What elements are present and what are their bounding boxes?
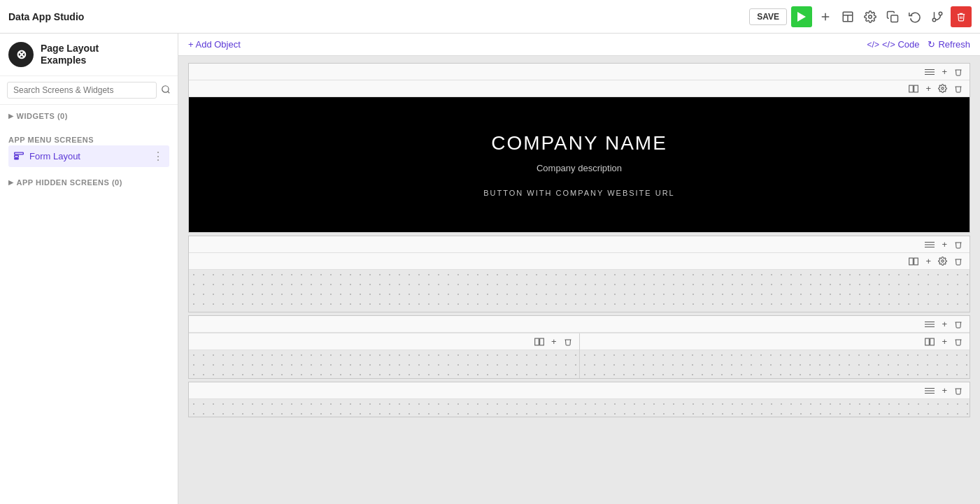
- add-object-button[interactable]: + Add Object: [188, 39, 241, 50]
- svg-rect-6: [891, 15, 898, 22]
- company-description: Company description: [537, 163, 622, 173]
- sidebar: ⊗ Page Layout Examples ▶ WIDGETS (0) APP…: [0, 34, 178, 504]
- sidebar-item-label-form-layout: Form Layout: [29, 151, 147, 161]
- svg-rect-12: [15, 152, 24, 154]
- add-col-btn-1[interactable]: +: [923, 82, 934, 95]
- svg-point-9: [932, 18, 936, 22]
- banner-button-text: BUTTON WITH COMPANY WEBSITE URL: [483, 189, 674, 197]
- layout-icon-button[interactable]: [839, 8, 857, 26]
- section-block-4: +: [188, 382, 970, 417]
- banner-section: COMPANY NAME Company description BUTTON …: [189, 97, 970, 232]
- rows-icon-btn-3[interactable]: [922, 319, 937, 330]
- svg-rect-13: [15, 155, 19, 157]
- branch-icon-button[interactable]: [928, 8, 946, 26]
- col-toolbar-1: +: [189, 80, 970, 97]
- delete-col-btn-left-3[interactable]: [561, 336, 575, 348]
- add-row-btn-3[interactable]: +: [939, 317, 950, 331]
- hidden-screens-label[interactable]: ▶ APP HIDDEN SCREENS (0): [8, 175, 169, 189]
- add-icon-button[interactable]: [816, 8, 835, 26]
- col-gear-btn-1[interactable]: [935, 82, 950, 94]
- delete-row-btn-3[interactable]: [951, 318, 965, 331]
- code-button[interactable]: </> </> Code: [867, 39, 920, 50]
- dotted-area-left-3: [189, 350, 579, 378]
- dotted-area-4: [189, 399, 970, 417]
- delete-col-btn-right-3[interactable]: [951, 336, 965, 348]
- col-toolbar-left-3: +: [189, 333, 579, 350]
- add-col-btn-2[interactable]: +: [923, 254, 934, 268]
- delete-app-button[interactable]: [951, 6, 972, 27]
- save-button[interactable]: SAVE: [749, 8, 787, 25]
- delete-col-btn-2[interactable]: [951, 255, 965, 268]
- row-toolbar-3: +: [189, 316, 970, 333]
- rows-icon-btn-1[interactable]: [922, 66, 937, 78]
- company-name: COMPANY NAME: [491, 132, 667, 154]
- svg-rect-25: [914, 258, 918, 265]
- svg-point-8: [939, 12, 942, 15]
- section-block-2: + +: [188, 236, 970, 312]
- col-toolbar-right-3: +: [580, 333, 970, 350]
- delete-col-btn-1[interactable]: [951, 82, 965, 95]
- col-left-3: +: [189, 333, 580, 378]
- search-icon[interactable]: [161, 85, 171, 96]
- svg-rect-19: [914, 85, 918, 92]
- col-layout-btn-left-3[interactable]: [532, 336, 547, 347]
- delete-row-btn-1[interactable]: [951, 66, 965, 78]
- main-layout: ⊗ Page Layout Examples ▶ WIDGETS (0) APP…: [0, 34, 980, 504]
- row-toolbar-2: +: [189, 236, 970, 253]
- run-button[interactable]: [791, 6, 812, 27]
- code-icon: </>: [867, 40, 879, 50]
- svg-rect-18: [909, 85, 914, 92]
- col-layout-btn-1[interactable]: [906, 83, 921, 94]
- dotted-area-2: [189, 270, 970, 312]
- svg-rect-31: [540, 338, 544, 345]
- dotted-area-right-3: [580, 350, 970, 378]
- col-layout-btn-2[interactable]: [906, 256, 921, 267]
- row-toolbar-1: +: [189, 64, 970, 80]
- app-title: Data App Studio: [8, 11, 84, 22]
- col-gear-btn-2[interactable]: [935, 255, 950, 267]
- settings-icon-button[interactable]: [861, 8, 879, 26]
- form-layout-more-icon[interactable]: ⋮: [152, 150, 164, 163]
- add-col-btn-right-3[interactable]: +: [939, 335, 950, 348]
- project-name: Page Layout Examples: [41, 43, 99, 66]
- delete-row-btn-4[interactable]: [951, 384, 965, 397]
- rows-icon-btn-4[interactable]: [922, 385, 937, 396]
- refresh-button[interactable]: ↻ Refresh: [928, 39, 970, 50]
- add-row-btn-1[interactable]: +: [939, 65, 950, 78]
- sidebar-item-form-layout[interactable]: Form Layout ⋮: [8, 145, 169, 167]
- app-logo: ⊗: [8, 42, 34, 67]
- hidden-screens-section: ▶ APP HIDDEN SCREENS (0): [0, 171, 178, 194]
- content-area: + Add Object </> </> Code ↻ Refresh: [178, 34, 980, 504]
- svg-point-10: [162, 85, 169, 92]
- add-col-btn-left-3[interactable]: +: [548, 335, 560, 348]
- add-row-btn-2[interactable]: +: [939, 238, 950, 251]
- svg-rect-30: [535, 338, 539, 345]
- canvas: + +: [178, 56, 980, 504]
- play-icon: [797, 12, 806, 22]
- two-col-container-3: + +: [189, 333, 970, 378]
- history-icon-button[interactable]: [906, 8, 924, 26]
- section-block-1: + +: [188, 63, 970, 233]
- content-toolbar: + Add Object </> </> Code ↻ Refresh: [178, 34, 980, 56]
- col-toolbar-2: +: [189, 253, 970, 270]
- col-layout-btn-right-3[interactable]: [922, 336, 937, 347]
- widgets-arrow: ▶: [8, 113, 14, 120]
- app-menu-section: APP MENU SCREENS Form Layout ⋮: [0, 127, 178, 171]
- rows-icon-btn-2[interactable]: [922, 239, 937, 250]
- svg-line-11: [168, 91, 170, 93]
- add-row-btn-4[interactable]: +: [939, 384, 950, 397]
- svg-rect-32: [925, 338, 930, 345]
- svg-point-5: [869, 15, 872, 18]
- svg-rect-24: [909, 258, 914, 265]
- widgets-label[interactable]: ▶ WIDGETS (0): [8, 109, 169, 123]
- row-toolbar-4: +: [189, 382, 970, 399]
- copy-icon-button[interactable]: [883, 8, 902, 26]
- search-input[interactable]: [7, 82, 157, 99]
- sidebar-search-container: [0, 76, 178, 105]
- sidebar-header: ⊗ Page Layout Examples: [0, 34, 178, 76]
- delete-row-btn-2[interactable]: [951, 238, 965, 251]
- topbar: Data App Studio SAVE: [0, 0, 980, 34]
- form-layout-icon: [14, 151, 24, 162]
- refresh-icon: ↻: [928, 39, 935, 50]
- topbar-right: SAVE: [749, 6, 972, 27]
